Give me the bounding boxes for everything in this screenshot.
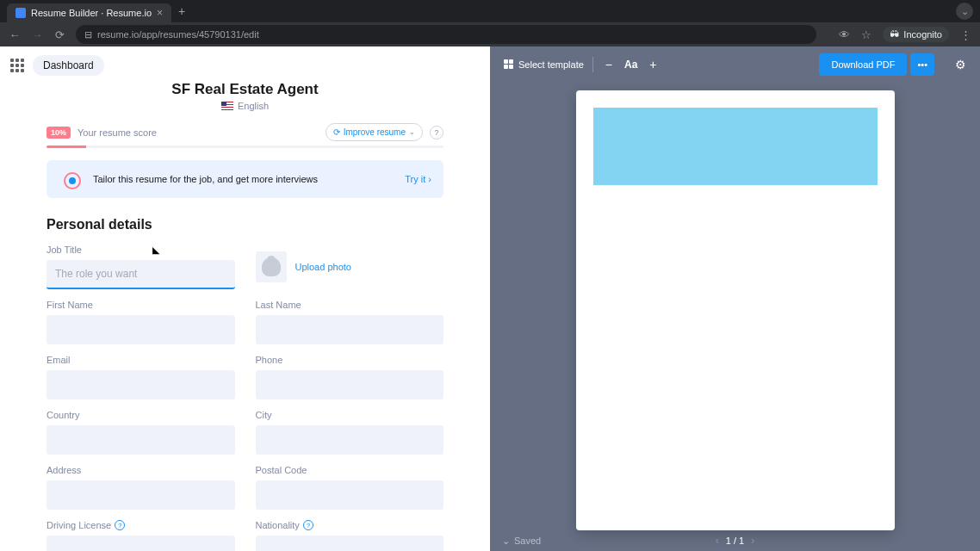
city-label: City xyxy=(256,410,444,420)
incognito-badge: 🕶 Incognito xyxy=(883,27,949,42)
dashboard-button[interactable]: Dashboard xyxy=(33,55,104,76)
driving-license-label: Driving License? xyxy=(47,520,235,530)
preview-header-block xyxy=(593,108,878,185)
address-input[interactable] xyxy=(47,480,235,510)
font-size-button[interactable]: Aa xyxy=(624,59,637,71)
try-it-link[interactable]: Try it › xyxy=(405,174,431,184)
country-label: Country xyxy=(47,410,235,420)
address-bar[interactable]: ⊟ resume.io/app/resumes/45790131/edit xyxy=(76,25,816,44)
job-title-input[interactable] xyxy=(47,260,235,289)
tab-favicon xyxy=(16,8,26,18)
next-page-icon[interactable]: › xyxy=(751,535,754,547)
eye-off-icon[interactable]: 👁 xyxy=(838,28,850,41)
phone-label: Phone xyxy=(256,355,444,365)
tab-close-icon[interactable]: × xyxy=(157,7,163,19)
help-icon[interactable]: ? xyxy=(430,126,443,139)
address-label: Address xyxy=(47,465,235,475)
saved-indicator: ⌄ Saved xyxy=(502,536,541,547)
select-template-button[interactable]: Select template xyxy=(504,59,584,70)
chevron-right-icon: › xyxy=(428,174,431,184)
browser-tab[interactable]: Resume Builder · Resume.io × xyxy=(7,3,171,22)
language-selector[interactable]: English xyxy=(0,101,490,111)
help-icon[interactable]: ? xyxy=(115,520,125,530)
zoom-in-icon[interactable]: + xyxy=(646,58,660,71)
phone-input[interactable] xyxy=(256,370,444,399)
chevron-down-icon: ⌄ xyxy=(409,128,415,136)
score-progress xyxy=(47,145,443,148)
divider xyxy=(592,57,593,72)
settings-icon[interactable]: ⚙ xyxy=(955,58,966,71)
section-title-personal: Personal details xyxy=(47,217,443,232)
incognito-icon: 🕶 xyxy=(890,29,899,40)
driving-license-input[interactable] xyxy=(47,536,235,551)
forward-icon[interactable]: → xyxy=(31,28,43,41)
first-name-label: First Name xyxy=(47,300,235,310)
postal-code-label: Postal Code xyxy=(256,465,444,475)
menu-icon[interactable]: ⋮ xyxy=(959,28,971,41)
zoom-out-icon[interactable]: − xyxy=(602,58,616,71)
window-dropdown-icon[interactable]: ⌄ xyxy=(956,3,973,20)
site-info-icon[interactable]: ⊟ xyxy=(84,29,92,40)
country-input[interactable] xyxy=(47,425,235,455)
download-pdf-button[interactable]: Download PDF xyxy=(819,53,907,76)
page-indicator: 1 / 1 xyxy=(726,536,744,546)
refresh-icon: ⟳ xyxy=(333,127,340,137)
back-icon[interactable]: ← xyxy=(9,28,21,41)
tailor-text: Tailor this resume for the job, and get … xyxy=(93,174,394,184)
target-icon xyxy=(59,170,83,188)
improve-resume-button[interactable]: ⟳ Improve resume ⌄ xyxy=(326,123,423,141)
reload-icon[interactable]: ⟳ xyxy=(53,28,65,41)
person-icon xyxy=(262,257,281,276)
city-input[interactable] xyxy=(256,425,444,455)
nationality-input[interactable] xyxy=(256,536,444,551)
score-label: Your resume score xyxy=(78,127,157,138)
email-label: Email xyxy=(47,355,235,365)
url-text: resume.io/app/resumes/45790131/edit xyxy=(97,29,259,40)
photo-placeholder[interactable] xyxy=(256,251,287,282)
template-grid-icon xyxy=(504,59,513,69)
last-name-label: Last Name xyxy=(256,300,444,310)
resume-title[interactable]: SF Real Estate Agent xyxy=(0,81,490,98)
resume-preview xyxy=(576,90,895,530)
postal-code-input[interactable] xyxy=(256,480,444,510)
first-name-input[interactable] xyxy=(47,315,235,344)
new-tab-icon[interactable]: + xyxy=(178,4,185,18)
star-icon[interactable]: ☆ xyxy=(860,28,872,41)
prev-page-icon[interactable]: ‹ xyxy=(716,535,719,547)
last-name-input[interactable] xyxy=(256,315,444,344)
score-badge: 10% xyxy=(47,127,71,139)
apps-grid-icon[interactable] xyxy=(10,59,24,72)
upload-photo-link[interactable]: Upload photo xyxy=(295,262,351,272)
email-input[interactable] xyxy=(47,370,235,399)
cloud-check-icon: ⌄ xyxy=(502,536,510,547)
tailor-banner: Tailor this resume for the job, and get … xyxy=(47,160,443,198)
tab-title: Resume Builder · Resume.io xyxy=(31,8,152,18)
help-icon[interactable]: ? xyxy=(303,520,313,530)
job-title-label: Job Title xyxy=(47,245,235,255)
nationality-label: Nationality? xyxy=(256,520,444,530)
us-flag-icon xyxy=(221,102,233,110)
more-options-button[interactable]: ••• xyxy=(910,53,934,76)
